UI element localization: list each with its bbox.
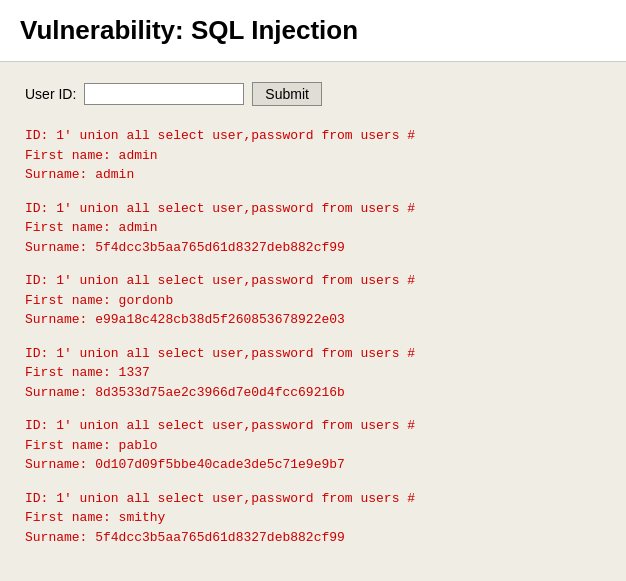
result-first-name-line: First name: gordonb <box>25 291 601 311</box>
user-id-label: User ID: <box>25 86 76 102</box>
result-surname-line: Surname: 8d3533d75ae2c3966d7e0d4fcc69216… <box>25 383 601 403</box>
result-id-line: ID: 1' union all select user,password fr… <box>25 489 601 509</box>
result-id-line: ID: 1' union all select user,password fr… <box>25 416 601 436</box>
result-surname-line: Surname: 0d107d09f5bbe40cade3de5c71e9e9b… <box>25 455 601 475</box>
result-entry: ID: 1' union all select user,password fr… <box>25 199 601 258</box>
result-surname-line: Surname: 5f4dcc3b5aa765d61d8327deb882cf9… <box>25 528 601 548</box>
results-container: ID: 1' union all select user,password fr… <box>25 126 601 557</box>
result-id-line: ID: 1' union all select user,password fr… <box>25 199 601 219</box>
page-title: Vulnerability: SQL Injection <box>20 15 606 46</box>
result-first-name-line: First name: 1337 <box>25 363 601 383</box>
result-id-line: ID: 1' union all select user,password fr… <box>25 344 601 364</box>
main-content: User ID: Submit ID: 1' union all select … <box>0 62 626 581</box>
user-id-input[interactable] <box>84 83 244 105</box>
result-first-name-line: First name: admin <box>25 218 601 238</box>
result-first-name-line: First name: pablo <box>25 436 601 456</box>
result-surname-line: Surname: e99a18c428cb38d5f260853678922e0… <box>25 310 601 330</box>
result-first-name-line: First name: admin <box>25 146 601 166</box>
result-id-line: ID: 1' union all select user,password fr… <box>25 126 601 146</box>
result-entry: ID: 1' union all select user,password fr… <box>25 416 601 475</box>
result-entry: ID: 1' union all select user,password fr… <box>25 344 601 403</box>
result-surname-line: Surname: admin <box>25 165 601 185</box>
user-id-form: User ID: Submit <box>25 82 601 106</box>
result-first-name-line: First name: smithy <box>25 508 601 528</box>
result-surname-line: Surname: 5f4dcc3b5aa765d61d8327deb882cf9… <box>25 238 601 258</box>
page-header: Vulnerability: SQL Injection <box>0 0 626 62</box>
result-entry: ID: 1' union all select user,password fr… <box>25 271 601 330</box>
result-entry: ID: 1' union all select user,password fr… <box>25 489 601 548</box>
result-id-line: ID: 1' union all select user,password fr… <box>25 271 601 291</box>
result-entry: ID: 1' union all select user,password fr… <box>25 126 601 185</box>
submit-button[interactable]: Submit <box>252 82 322 106</box>
